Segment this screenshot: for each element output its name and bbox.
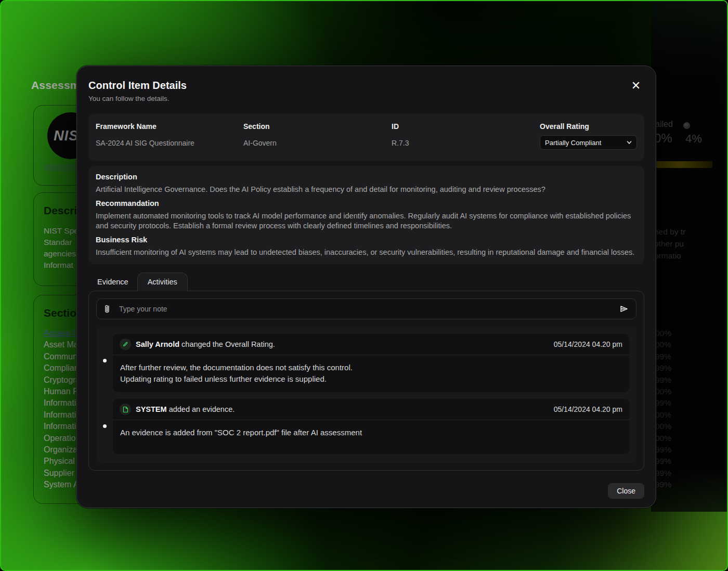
description-label: Description: [96, 173, 637, 181]
timeline-dot: [103, 424, 107, 428]
overall-rating-field: Overall Rating Partially Compliant: [540, 122, 637, 161]
close-button[interactable]: Close: [608, 483, 644, 499]
id-field: ID R.7.3: [392, 122, 540, 161]
recommendation-label: Recommandation: [96, 199, 637, 207]
modal-footer: Close: [88, 483, 644, 499]
control-details-card: Description Artificial Intelligence Gove…: [88, 166, 644, 264]
overall-rating-select[interactable]: Partially Compliant: [540, 135, 637, 150]
app-background: Assessme NIST Descri NIST Spe Standar ag…: [0, 0, 728, 571]
background-right-column: ailed 0% 4% hed by tr other pu ormatio 0…: [651, 1, 728, 512]
attachment-icon[interactable]: [103, 303, 114, 315]
framework-name-field: Framework Name SA-2024 AI SIG Questionna…: [96, 122, 243, 161]
tab-evidence[interactable]: Evidence: [88, 273, 137, 291]
stat-value: 0%: [654, 131, 672, 146]
timeline-dot: [103, 359, 107, 362]
activity-title: SYSTEM added an evidence.: [136, 405, 554, 413]
business-risk-label: Business Risk: [96, 236, 637, 244]
activity-title: Sally Arnold changed the Overall Rating.: [136, 340, 554, 348]
recommendation-text: Implement automated monitoring tools to …: [96, 211, 637, 231]
chevron-down-icon: [627, 140, 632, 145]
section-field: Section AI-Govern: [243, 122, 392, 161]
note-input-placeholder: Type your note: [119, 305, 618, 313]
modal-title: Control Item Details: [88, 80, 644, 92]
activity-timestamp: 05/14/2024 04.20 pm: [554, 405, 622, 413]
stat-label: ailed: [655, 120, 673, 129]
activity-body: After further review, the documentation …: [113, 355, 629, 392]
activities-panel: Type your note Sally Arnold changed the …: [88, 291, 644, 471]
close-icon[interactable]: ✕: [629, 79, 643, 93]
activity-item: SYSTEM added an evidence. 05/14/2024 04.…: [113, 399, 629, 454]
activity-timeline: Sally Arnold changed the Overall Rating.…: [96, 327, 636, 463]
tab-activities[interactable]: Activities: [137, 272, 188, 291]
file-icon: [120, 404, 131, 415]
business-risk-text: Insufficient monitoring of AI systems ma…: [96, 248, 637, 257]
warning-progress-bar: [654, 161, 712, 168]
stat-value-2: 4%: [685, 132, 702, 146]
control-info-card: Framework Name SA-2024 AI SIG Questionna…: [88, 114, 644, 161]
globe-icon: [683, 122, 690, 129]
description-text: Artificial Intelligence Governance. Does…: [96, 185, 637, 194]
section-percentages: 00% 00% 99% 99% 99% 00% 99% 00% 00% 00% …: [655, 329, 671, 491]
modal-subtitle: You can follow the details.: [88, 95, 644, 102]
tab-bar: Evidence Activities: [88, 272, 644, 291]
note-input[interactable]: Type your note: [96, 299, 636, 319]
send-icon[interactable]: [618, 303, 630, 315]
activity-body: An evidence is added from "SOC 2 report.…: [113, 420, 629, 454]
activity-timestamp: 05/14/2024 04.20 pm: [554, 340, 622, 348]
pencil-icon: [120, 339, 131, 350]
control-item-details-modal: Control Item Details You can follow the …: [76, 66, 656, 508]
activity-item: Sally Arnold changed the Overall Rating.…: [113, 334, 629, 392]
